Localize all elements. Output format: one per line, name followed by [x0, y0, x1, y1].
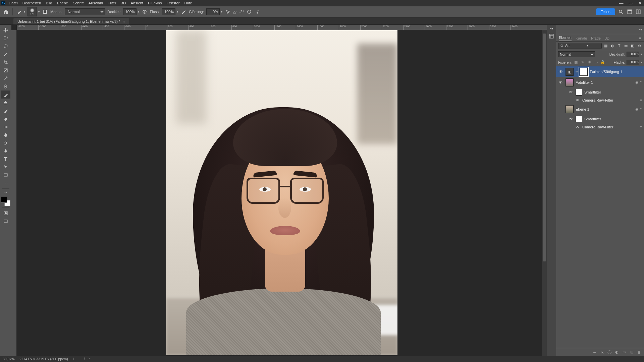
- filter-adjust-icon[interactable]: ◐: [610, 44, 615, 48]
- layer-name[interactable]: Ebene 1: [576, 107, 589, 111]
- fx-icon[interactable]: fx: [600, 350, 604, 354]
- panel-menu-icon[interactable]: ≡: [639, 36, 641, 41]
- menu-plugins[interactable]: Plug-ins: [148, 1, 162, 5]
- visibility-icon[interactable]: 👁: [575, 125, 580, 129]
- document-tab[interactable]: Unbenannt-1 bei 31% (Farbton/Sättigung 1…: [13, 18, 129, 24]
- collapse-icon[interactable]: ◂◂: [550, 27, 553, 30]
- smoothing-input[interactable]: [206, 8, 220, 15]
- layer-row[interactable]: 👁 Ebene 1 ◉˄: [556, 104, 644, 115]
- visibility-icon[interactable]: 👁: [575, 98, 580, 103]
- smartobject-icon[interactable]: ◉: [635, 107, 639, 112]
- menu-3d[interactable]: 3D: [121, 1, 126, 5]
- flow-dropdown[interactable]: ▾: [177, 10, 178, 13]
- smoothing-gear-icon[interactable]: [225, 9, 231, 15]
- lock-position-icon[interactable]: ✥: [587, 60, 592, 64]
- search-icon[interactable]: [618, 9, 624, 15]
- eyedropper-tool[interactable]: [1, 74, 10, 82]
- expand-icon[interactable]: ˄: [640, 80, 642, 85]
- brush-picker-dropdown[interactable]: ▾: [38, 10, 40, 13]
- layer-row[interactable]: 👁 ◧ ∞ Farbton/Sättigung 1: [556, 66, 644, 77]
- stamp-tool[interactable]: [1, 99, 10, 107]
- menu-hilfe[interactable]: Hilfe: [184, 1, 192, 5]
- visibility-icon[interactable]: 👁: [558, 80, 564, 85]
- filter-toggle-icon[interactable]: ⊙: [637, 44, 642, 48]
- pen-tool[interactable]: [1, 147, 10, 155]
- screenmode-tool[interactable]: [1, 217, 10, 225]
- pressure-size-icon[interactable]: [246, 9, 252, 15]
- panel-icon[interactable]: [549, 34, 554, 40]
- canvas[interactable]: [17, 30, 547, 356]
- swap-colors-icon[interactable]: ⇄: [1, 190, 10, 195]
- smoothing-dropdown[interactable]: ▾: [221, 10, 222, 13]
- layer-thumb[interactable]: [566, 105, 574, 113]
- tab-3d[interactable]: 3D: [605, 36, 609, 41]
- more-tools[interactable]: ⋯: [1, 179, 10, 187]
- gradient-tool[interactable]: [1, 123, 10, 131]
- layer-filter-input[interactable]: [565, 44, 585, 48]
- layer-thumb[interactable]: [566, 78, 574, 86]
- brush-settings-icon[interactable]: [42, 9, 48, 15]
- layer-row[interactable]: 👁 Fotofilter 1 ◉˄: [556, 77, 644, 88]
- tab-ebenen[interactable]: Ebenen: [559, 36, 572, 41]
- color-swatches[interactable]: [1, 197, 10, 206]
- layer-name[interactable]: Camera Raw-Filter: [582, 98, 613, 102]
- ruler-horizontal[interactable]: -1200-1000-800-600-400-20002004006008001…: [17, 25, 547, 30]
- filter-type-icon[interactable]: T: [616, 44, 622, 48]
- menu-bearbeiten[interactable]: Bearbeiten: [22, 1, 41, 5]
- marquee-tool[interactable]: [1, 34, 10, 42]
- layer-name[interactable]: Farbton/Sättigung 1: [590, 70, 622, 74]
- airbrush-icon[interactable]: [180, 9, 186, 15]
- frame-tool[interactable]: [1, 66, 10, 74]
- menu-bild[interactable]: Bild: [46, 1, 52, 5]
- menu-filter[interactable]: Filter: [108, 1, 116, 5]
- layer-row[interactable]: 👁 Camera Raw-Filter ≡: [556, 97, 644, 104]
- type-tool[interactable]: [1, 155, 10, 163]
- smartfilter-mask[interactable]: [576, 116, 582, 122]
- arrange-icon[interactable]: [635, 9, 641, 15]
- menu-ansicht[interactable]: Ansicht: [130, 1, 143, 5]
- lock-artboard-icon[interactable]: ▭: [594, 60, 598, 64]
- layer-opacity-input[interactable]: [627, 52, 639, 57]
- filter-smart-icon[interactable]: ◧: [630, 44, 635, 48]
- menu-schrift[interactable]: Schrift: [73, 1, 84, 5]
- nav-next-icon[interactable]: 〉: [88, 357, 92, 361]
- brush-preview[interactable]: 377: [28, 7, 37, 16]
- history-brush-tool[interactable]: [1, 107, 10, 115]
- wand-tool[interactable]: [1, 50, 10, 58]
- visibility-icon[interactable]: 👁: [558, 69, 564, 74]
- close-button[interactable]: ✕: [637, 1, 643, 6]
- filter-pixel-icon[interactable]: ▦: [603, 44, 608, 48]
- menu-auswahl[interactable]: Auswahl: [89, 1, 103, 5]
- layer-name[interactable]: Fotofilter 1: [576, 80, 593, 84]
- visibility-icon[interactable]: 👁: [568, 90, 574, 95]
- workspace-icon[interactable]: [627, 9, 633, 15]
- tab-kanaele[interactable]: Kanäle: [576, 36, 587, 41]
- healing-tool[interactable]: [1, 82, 10, 90]
- move-tool[interactable]: [1, 26, 10, 34]
- path-tool[interactable]: [1, 163, 10, 171]
- tab-pfade[interactable]: Pfade: [591, 36, 601, 41]
- link-layers-icon[interactable]: ∞: [592, 350, 597, 354]
- brush-tool-icon[interactable]: [16, 9, 22, 15]
- filter-shape-icon[interactable]: ▭: [623, 44, 629, 48]
- delete-icon[interactable]: 🗑: [637, 350, 641, 354]
- zoom-level[interactable]: 30,97%: [3, 357, 15, 361]
- minimize-button[interactable]: —: [619, 1, 624, 6]
- lock-transparency-icon[interactable]: ▩: [574, 60, 578, 64]
- eraser-tool[interactable]: [1, 115, 10, 123]
- layer-row[interactable]: 👁 Smartfilter: [556, 88, 644, 97]
- menu-fenster[interactable]: Fenster: [167, 1, 180, 5]
- expand-icon[interactable]: ˄: [640, 107, 642, 112]
- blur-tool[interactable]: [1, 131, 10, 139]
- blend-mode-select[interactable]: Normal: [65, 8, 105, 15]
- maximize-button[interactable]: ▭: [628, 1, 633, 6]
- pressure-opacity-icon[interactable]: [142, 9, 148, 15]
- vertical-scrollbar[interactable]: [542, 30, 547, 356]
- filter-settings-icon[interactable]: ≡: [640, 125, 642, 129]
- home-icon[interactable]: [3, 9, 9, 15]
- visibility-icon[interactable]: 👁: [568, 117, 574, 121]
- panel-collapse-icon[interactable]: ◂◂: [639, 27, 642, 31]
- layer-blend-select[interactable]: Normal: [558, 51, 595, 57]
- nav-prev-icon[interactable]: 〈: [82, 357, 86, 361]
- quickmask-tool[interactable]: [1, 209, 10, 217]
